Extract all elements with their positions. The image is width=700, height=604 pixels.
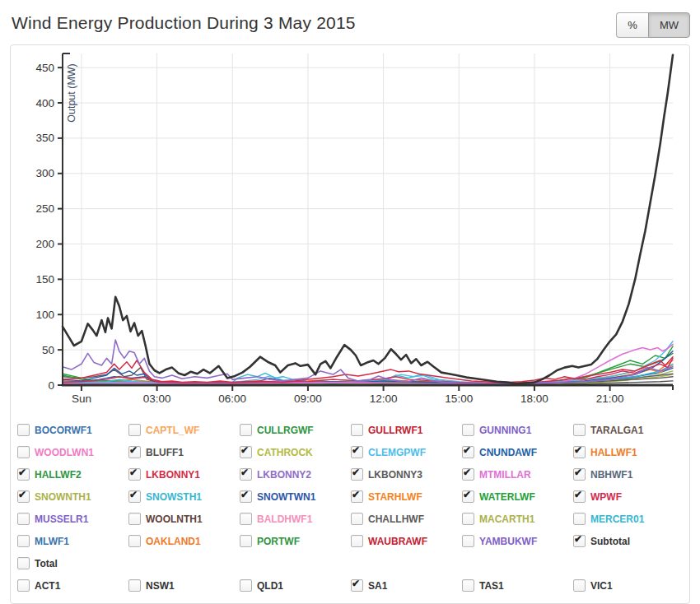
legend-item-clemgpwf: CLEMGPWF — [351, 446, 462, 458]
legend-checkbox-clemgpwf[interactable] — [351, 446, 363, 458]
legend-item-cnundawf: CNUNDAWF — [462, 446, 573, 458]
legend-checkbox-nbhwf1[interactable] — [573, 468, 586, 481]
svg-text:100: 100 — [35, 309, 54, 321]
svg-text:200: 200 — [35, 238, 54, 250]
legend-checkbox-gullrwf1[interactable] — [351, 424, 363, 436]
legend-checkbox-vic1[interactable] — [573, 579, 586, 592]
legend-checkbox-yambukwf[interactable] — [462, 535, 474, 547]
legend-checkbox-macarth1[interactable] — [462, 513, 474, 525]
legend-item-gunning1: GUNNING1 — [462, 424, 573, 436]
legend-checkbox-baldhwf1[interactable] — [240, 513, 252, 525]
legend-item-vic1: VIC1 — [573, 579, 684, 592]
legend-item-mlwf1: MLWF1 — [17, 535, 128, 547]
legend-checkbox-mlwf1[interactable] — [17, 535, 30, 547]
legend-label-sa1: SA1 — [368, 580, 387, 592]
legend-item-nsw1: NSW1 — [128, 579, 240, 592]
legend-item-mtmillar: MTMILLAR — [462, 468, 573, 481]
legend-checkbox-hallwf1[interactable] — [573, 446, 586, 458]
legend-label-macarth1: MACARTH1 — [479, 513, 534, 525]
svg-text:Sun: Sun — [72, 393, 91, 405]
svg-text:09:00: 09:00 — [294, 393, 322, 405]
legend-label-nsw1: NSW1 — [146, 580, 175, 592]
legend-checkbox-taralga1[interactable] — [573, 424, 586, 436]
legend-item-act1: ACT1 — [17, 579, 128, 592]
svg-text:450: 450 — [35, 62, 54, 74]
legend-item-gullrwf1: GULLRWF1 — [351, 424, 462, 436]
svg-text:300: 300 — [35, 167, 54, 179]
legend-checkbox-musselr1[interactable] — [17, 513, 30, 525]
legend-item-waubrawf: WAUBRAWF — [351, 535, 462, 547]
legend-checkbox-portwf[interactable] — [240, 535, 252, 547]
legend-label-snowtwn1: SNOWTWN1 — [257, 491, 315, 503]
legend-label-lkbonny2: LKBONNY2 — [257, 469, 311, 481]
legend-checkbox-qld1[interactable] — [240, 579, 252, 592]
legend-checkbox-bocorwf1[interactable] — [17, 424, 30, 436]
svg-text:50: 50 — [42, 344, 54, 356]
legend-checkbox-waterlwf[interactable] — [462, 490, 474, 503]
legend-item-mercer01: MERCER01 — [573, 513, 684, 525]
mw-button[interactable]: MW — [648, 12, 690, 38]
legend-checkbox-lkbonny1[interactable] — [128, 468, 141, 481]
legend-checkbox-sa1[interactable] — [351, 579, 363, 592]
legend-item-yambukwf: YAMBUKWF — [462, 535, 573, 547]
legend-item-lkbonny3: LKBONNY3 — [351, 468, 462, 481]
legend-label-mercer01: MERCER01 — [590, 513, 644, 525]
legend-label-vic1: VIC1 — [590, 580, 613, 592]
wind-production-chart: 050100150200250300350400450Sun03:0006:00… — [11, 45, 689, 412]
legend-checkbox-cullrgwf[interactable] — [240, 424, 252, 436]
legend-label-snownth1: SNOWNTH1 — [35, 491, 91, 503]
legend-checkbox-starhlwf[interactable] — [351, 490, 363, 503]
legend-checkbox-snowtwn1[interactable] — [240, 490, 252, 503]
svg-text:15:00: 15:00 — [445, 393, 473, 405]
legend-checkbox-wpwf[interactable] — [573, 490, 586, 503]
legend-checkbox-nsw1[interactable] — [128, 579, 141, 592]
legend-checkbox-bluff1[interactable] — [128, 446, 141, 458]
legend-label-act1: ACT1 — [35, 580, 60, 592]
legend-label-cullrgwf: CULLRGWF — [257, 425, 314, 436]
legend-checkbox-mercer01[interactable] — [573, 513, 586, 525]
legend-label-gunning1: GUNNING1 — [479, 425, 531, 436]
svg-text:350: 350 — [35, 132, 54, 144]
legend-label-subtotal: Subtotal — [590, 536, 630, 547]
legend-checkbox-subtotal[interactable] — [573, 535, 586, 547]
svg-text:12:00: 12:00 — [370, 393, 398, 405]
legend-label-total: Total — [35, 558, 58, 569]
legend-label-nbhwf1: NBHWF1 — [590, 469, 632, 481]
legend-checkbox-mtmillar[interactable] — [462, 468, 474, 481]
legend-checkbox-oakland1[interactable] — [128, 535, 141, 547]
legend-checkbox-act1[interactable] — [17, 579, 30, 592]
legend-checkbox-waubrawf[interactable] — [351, 535, 363, 547]
legend-checkbox-challhwf[interactable] — [351, 513, 363, 525]
svg-text:06:00: 06:00 — [218, 393, 246, 405]
legend-checkbox-snownth1[interactable] — [17, 490, 30, 503]
legend-item-musselr1: MUSSELR1 — [17, 513, 128, 525]
legend-checkbox-captl_wf[interactable] — [128, 424, 141, 436]
legend-checkbox-gunning1[interactable] — [462, 424, 474, 436]
legend-checkbox-lkbonny2[interactable] — [240, 468, 252, 481]
legend-label-tas1: TAS1 — [479, 580, 504, 592]
legend-checkbox-cnundawf[interactable] — [462, 446, 474, 458]
svg-text:Output (MW): Output (MW) — [66, 63, 77, 123]
legend-checkbox-cathrock[interactable] — [240, 446, 252, 458]
legend-checkbox-woodlwn1[interactable] — [17, 446, 30, 458]
legend-checkbox-woolnth1[interactable] — [128, 513, 141, 525]
legend-checkbox-tas1[interactable] — [462, 579, 474, 592]
legend-checkbox-hallwf2[interactable] — [17, 468, 30, 481]
legend-label-lkbonny3: LKBONNY3 — [368, 469, 422, 481]
legend-checkbox-snowsth1[interactable] — [128, 490, 141, 503]
percent-button[interactable]: % — [616, 12, 648, 38]
legend-label-hallwf2: HALLWF2 — [35, 469, 82, 481]
legend-checkbox-lkbonny3[interactable] — [351, 468, 363, 481]
legend-label-oakland1: OAKLAND1 — [146, 536, 201, 547]
svg-text:03:00: 03:00 — [143, 393, 171, 405]
legend-item-lkbonny1: LKBONNY1 — [128, 468, 240, 481]
legend-item-bluff1: BLUFF1 — [128, 446, 240, 458]
legend-item-lkbonny2: LKBONNY2 — [240, 468, 351, 481]
svg-text:250: 250 — [35, 202, 54, 215]
legend-label-challhwf: CHALLHWF — [368, 513, 424, 525]
legend-item-total: Total — [17, 557, 128, 569]
legend-checkbox-total[interactable] — [17, 557, 30, 569]
svg-text:21:00: 21:00 — [596, 393, 624, 405]
legend-item-tas1: TAS1 — [462, 579, 573, 592]
legend-label-baldhwf1: BALDHWF1 — [257, 513, 312, 525]
